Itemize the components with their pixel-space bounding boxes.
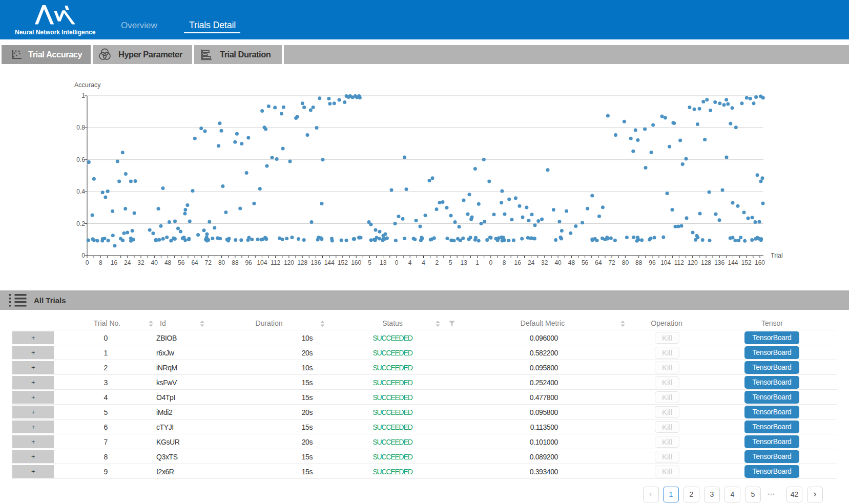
svg-text:40: 40 [151,259,158,266]
svg-text:112: 112 [271,259,280,266]
svg-text:160: 160 [351,259,361,266]
svg-text:48: 48 [164,259,172,266]
svg-text:128: 128 [297,259,307,266]
svg-text:144: 144 [324,259,335,266]
svg-text:Trial: Trial [771,252,783,259]
svg-text:72: 72 [205,259,212,266]
svg-text:0: 0 [81,252,85,259]
svg-text:2: 2 [435,259,439,266]
svg-text:104: 104 [257,259,267,266]
svg-text:136: 136 [714,259,724,266]
svg-text:104: 104 [660,259,671,266]
svg-text:4: 4 [422,259,425,266]
svg-text:96: 96 [245,259,252,266]
svg-text:0.6: 0.6 [76,156,85,163]
svg-text:56: 56 [178,259,185,266]
svg-text:152: 152 [741,259,752,266]
svg-text:72: 72 [608,259,615,266]
svg-text:80: 80 [218,259,225,266]
svg-text:56: 56 [582,259,589,266]
svg-text:64: 64 [191,259,198,266]
svg-text:0.4: 0.4 [76,188,85,195]
svg-text:5: 5 [449,259,452,266]
svg-text:48: 48 [568,259,575,266]
svg-text:64: 64 [595,259,602,266]
svg-text:1: 1 [475,259,479,266]
svg-text:32: 32 [137,259,144,266]
svg-text:0.8: 0.8 [76,124,85,131]
svg-text:96: 96 [649,259,656,266]
svg-text:144: 144 [728,259,738,266]
svg-text:88: 88 [232,259,239,266]
svg-text:0: 0 [395,259,399,266]
svg-text:120: 120 [688,259,698,266]
svg-text:8: 8 [99,259,102,266]
svg-text:88: 88 [635,259,643,266]
svg-text:136: 136 [310,259,321,266]
svg-text:5: 5 [368,259,371,266]
svg-text:40: 40 [554,259,562,266]
svg-text:112: 112 [674,259,684,266]
svg-text:80: 80 [622,259,629,266]
svg-text:160: 160 [755,259,765,266]
svg-text:8: 8 [503,259,506,266]
svg-text:120: 120 [284,259,294,266]
svg-text:13: 13 [461,259,468,266]
svg-text:24: 24 [528,259,535,266]
svg-text:4: 4 [408,259,412,266]
svg-text:Accuracy: Accuracy [74,81,101,89]
svg-text:16: 16 [514,259,522,266]
svg-text:0.2: 0.2 [76,220,85,227]
svg-text:152: 152 [338,259,348,266]
svg-text:0: 0 [489,259,492,266]
svg-text:0: 0 [86,259,89,266]
svg-text:16: 16 [111,259,118,266]
svg-text:1: 1 [81,92,85,99]
svg-text:32: 32 [541,259,548,266]
svg-text:13: 13 [380,259,387,266]
svg-text:128: 128 [701,259,711,266]
svg-text:24: 24 [124,259,131,266]
